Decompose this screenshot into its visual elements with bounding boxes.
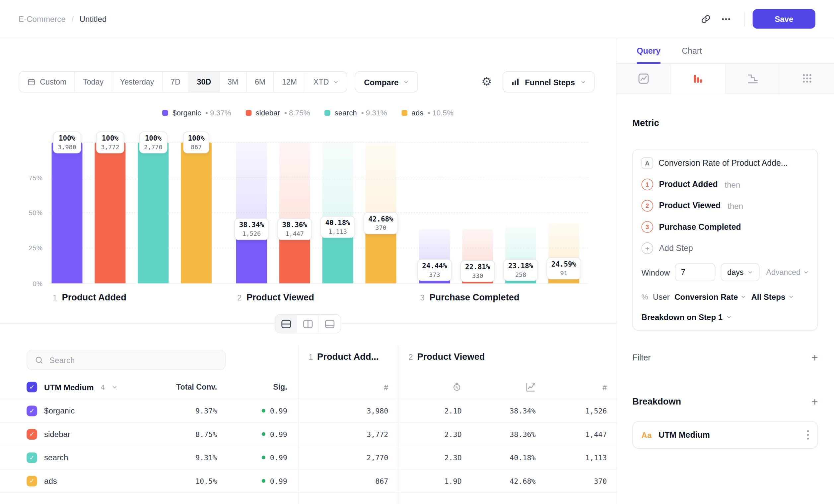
- measure-entity[interactable]: User: [653, 292, 670, 301]
- table-group-header-step1: 1 Product Add...: [309, 352, 378, 362]
- panel-bottom-icon: [325, 319, 335, 328]
- row-checkbox[interactable]: ✓: [26, 406, 37, 416]
- chart-type-line-tab[interactable]: [616, 64, 671, 93]
- funnel-bar[interactable]: [181, 143, 212, 283]
- sidebar-tabs: QueryChart: [616, 38, 834, 64]
- ellipsis-icon: [721, 14, 731, 24]
- breakdown-on-step-select[interactable]: Breakdown on Step 1: [642, 311, 809, 323]
- split-vertical-icon: [303, 319, 312, 328]
- advanced-toggle[interactable]: Advanced: [766, 268, 809, 277]
- step2-time-cell: 2.3D: [409, 423, 461, 445]
- tab-query[interactable]: Query: [637, 38, 660, 63]
- more-options-button[interactable]: [716, 8, 736, 29]
- measure-scope-select[interactable]: All Steps: [751, 292, 794, 301]
- y-axis-tick: 0%: [19, 279, 43, 288]
- metric-card[interactable]: A Conversion Rate of Product Adde... 1Pr…: [632, 149, 818, 330]
- save-button[interactable]: Save: [753, 9, 815, 28]
- step1-count-cell: 3,772: [309, 423, 388, 445]
- measure-row: % User Conversion Rate All Steps: [642, 291, 809, 302]
- step2-conversion-cell: 40.18%: [462, 446, 536, 469]
- row-checkbox[interactable]: ✓: [26, 452, 37, 463]
- bar-value-label: 42.68%370: [364, 212, 398, 234]
- metric-title: Conversion Rate of Product Adde...: [659, 159, 788, 168]
- row-label: sidebar: [44, 429, 70, 438]
- bar-value-label: 22.81%330: [460, 260, 495, 282]
- chevron-down-icon: [803, 269, 809, 275]
- breadcrumb-section[interactable]: E-Commerce: [19, 14, 66, 23]
- table-row[interactable]: ✓$organic9.37%0.993,9802.1D38.34%1,526: [0, 399, 616, 423]
- metric-step[interactable]: 1Product Addedthen: [642, 178, 809, 191]
- tab-chart[interactable]: Chart: [682, 38, 702, 63]
- breadcrumb-page-title[interactable]: Untitled: [80, 14, 107, 23]
- hash-icon[interactable]: #: [602, 383, 607, 392]
- search-icon: [35, 356, 43, 364]
- step-number-badge: 1: [642, 179, 653, 190]
- table-group-header-step2: 2 Product Viewed: [409, 352, 485, 362]
- breakdown-item[interactable]: Aa UTM Medium: [632, 421, 818, 449]
- funnel-step-axis-label: 2Product Viewed: [237, 293, 314, 303]
- significance-cell: 0.99: [217, 446, 287, 469]
- kebab-menu-icon[interactable]: [807, 430, 809, 440]
- bar-value-label: 40.18%1,113: [321, 216, 355, 238]
- breakdown-column-header[interactable]: UTM Medium: [44, 383, 94, 392]
- metric-title-row[interactable]: A Conversion Rate of Product Adde...: [642, 157, 809, 169]
- grid-dots-icon: [802, 73, 813, 84]
- row-checkbox[interactable]: ✓: [26, 476, 37, 486]
- window-label: Window: [642, 268, 670, 277]
- window-unit-select[interactable]: days: [721, 263, 759, 281]
- y-axis-tick: 75%: [19, 174, 43, 182]
- add-breakdown-button[interactable]: +: [811, 396, 818, 407]
- top-bar: E-Commerce / Untitled Save: [0, 0, 834, 38]
- row-checkbox[interactable]: ✓: [26, 429, 37, 439]
- bar-value-label: 100%3,980: [53, 132, 81, 154]
- significance-cell: 0.99: [217, 469, 287, 492]
- layout-split-vertical-button[interactable]: [297, 315, 319, 333]
- share-link-button[interactable]: [696, 8, 716, 29]
- filter-heading: Filter: [632, 353, 651, 362]
- significance-dot: [262, 479, 266, 483]
- chart-type-funnel-tab[interactable]: [671, 64, 726, 93]
- total-conversion-header[interactable]: Total Conv.: [165, 375, 217, 399]
- step1-count-cell: 2,770: [309, 446, 388, 469]
- bar-value-label: 100%2,770: [139, 132, 167, 154]
- funnel-bar[interactable]: [138, 143, 169, 283]
- funnel-analysis-app: E-Commerce / Untitled Save CustomTodayYe…: [0, 0, 834, 504]
- significance-dot: [262, 409, 266, 412]
- add-filter-button[interactable]: +: [811, 352, 818, 363]
- line-chart-icon: [638, 73, 649, 84]
- bar-value-label: 38.36%1,447: [277, 219, 312, 240]
- breakdown-section: Breakdown +: [632, 396, 818, 407]
- select-all-checkbox[interactable]: ✓: [26, 382, 37, 392]
- stopwatch-icon[interactable]: [452, 382, 462, 392]
- window-value-input[interactable]: [675, 263, 716, 281]
- metric-heading: Metric: [632, 118, 818, 129]
- gridline-0: [49, 283, 589, 284]
- chart-type-grid-tab[interactable]: [780, 64, 834, 93]
- funnel-bar[interactable]: [94, 143, 125, 283]
- step2-count-cell: 370: [536, 469, 607, 492]
- total-conversion-cell: 8.75%: [165, 423, 217, 445]
- conversion-trend-icon[interactable]: [525, 382, 535, 392]
- layout-panel-bottom-button[interactable]: [319, 315, 341, 333]
- significance-header[interactable]: Sig.: [217, 375, 287, 399]
- metric-step[interactable]: 3Purchase Completed: [642, 221, 809, 233]
- table-row[interactable]: ✓ads10.5%0.998671.9D42.68%370: [0, 469, 616, 493]
- step1-count-cell: 3,980: [309, 399, 388, 422]
- metric-step[interactable]: 2Product Viewedthen: [642, 199, 809, 212]
- add-step-button[interactable]: + Add Step: [642, 242, 809, 255]
- plus-circle-icon: +: [642, 243, 653, 254]
- chart-type-retention-tab[interactable]: [726, 64, 780, 93]
- significance-cell: 0.99: [217, 423, 287, 445]
- layout-split-horizontal-button[interactable]: [275, 315, 297, 333]
- funnel-bar[interactable]: [52, 143, 83, 283]
- hash-icon[interactable]: #: [384, 383, 388, 392]
- y-axis-tick: 50%: [19, 209, 43, 217]
- funnel-chart-icon: [693, 73, 703, 84]
- step2-count-cell: 1,447: [536, 423, 607, 445]
- bar-value-label: 38.34%1,526: [234, 219, 269, 240]
- metric-steps: 1Product Addedthen2Product Viewedthen3Pu…: [642, 178, 809, 233]
- measure-metric-select[interactable]: Conversion Rate: [675, 292, 746, 301]
- table-row[interactable]: ✓sidebar8.75%0.993,7722.3D38.36%1,447: [0, 423, 616, 446]
- search-input[interactable]: [49, 356, 218, 364]
- table-row[interactable]: ✓search9.31%0.992,7702.3D40.18%1,113: [0, 446, 616, 469]
